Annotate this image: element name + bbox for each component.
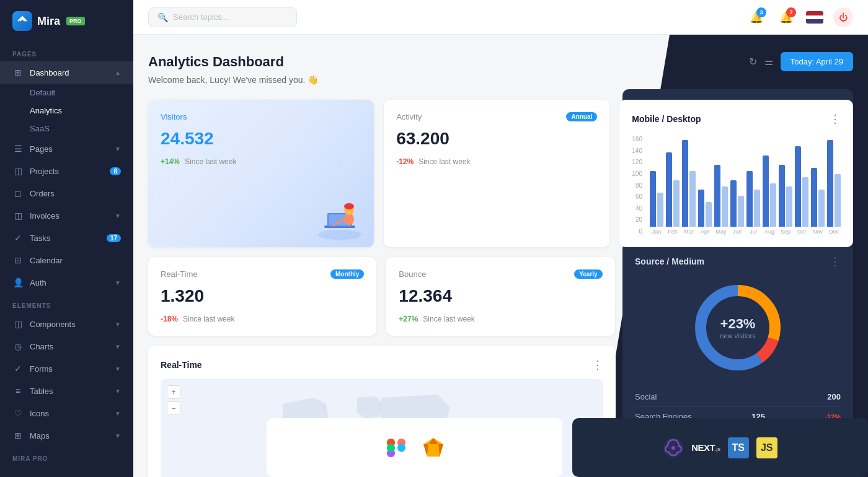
- power-button[interactable]: ⏻: [833, 7, 853, 27]
- sidebar-item-forms[interactable]: ✓ Forms ▼: [0, 357, 133, 380]
- light-bar: [786, 186, 792, 227]
- bar-group: Dec: [827, 140, 841, 235]
- elements-section-label: ELEMENTS: [0, 294, 133, 313]
- sidebar-item-invoices[interactable]: ◫ Invoices ▼: [0, 204, 133, 227]
- date-button[interactable]: Today: April 29: [781, 52, 853, 71]
- header-right: 🔔 3 🔔 7 ⏻: [746, 7, 853, 27]
- dark-bar: [682, 140, 688, 227]
- refresh-icon[interactable]: ↻: [749, 56, 757, 68]
- bar-group: Apr: [698, 190, 712, 235]
- bounce-since: Since last week: [423, 315, 474, 323]
- page-title: Analytics Dashboard: [148, 54, 284, 70]
- light-bar: [657, 193, 663, 227]
- sidebar-item-label: Charts: [30, 342, 115, 351]
- charts-icon: ◷: [12, 341, 24, 352]
- dark-bar: [827, 140, 833, 227]
- bar-group: Oct: [795, 146, 808, 235]
- sidebar-item-label: Tasks: [30, 234, 107, 243]
- realtime-card: Real-Time Monthly 1.320 -18% Since last …: [148, 257, 376, 336]
- sidebar-sub-analytics[interactable]: Analytics: [0, 102, 133, 120]
- notifications-badge: 3: [756, 7, 766, 17]
- realtime-change: -18%: [161, 315, 178, 323]
- activity-footer: -12% Since last week: [396, 157, 597, 166]
- activity-since: Since last week: [418, 157, 470, 166]
- bar-label: Jul: [750, 229, 757, 235]
- sidebar-item-maps[interactable]: ⊞ Maps ▼: [0, 424, 133, 447]
- chevron-down-icon: ▼: [115, 410, 121, 417]
- chevron-up-icon: ▲: [115, 69, 121, 76]
- sidebar-item-orders[interactable]: ◻ Orders: [0, 182, 133, 204]
- bar-group: May: [714, 165, 728, 235]
- world-map: [161, 379, 603, 477]
- chevron-down-icon: ▼: [115, 388, 121, 395]
- bar-label: Jan: [652, 229, 662, 235]
- sidebar-item-label: Orders: [30, 189, 121, 198]
- bar-group: Jun: [730, 180, 744, 235]
- realtime-map-card: Real-Time ⋮ + −: [148, 346, 616, 477]
- bar-chart: JanFebMarAprMayJunJulAugSepOctNovDec: [650, 136, 841, 235]
- sidebar-item-label: Pages: [30, 144, 115, 154]
- realtime-title: Real-Time: [161, 269, 197, 279]
- light-bar: [689, 171, 696, 227]
- light-bar: [706, 202, 712, 227]
- sidebar-item-auth[interactable]: 👤 Auth ▼: [0, 271, 133, 294]
- sidebar-item-projects[interactable]: ◫ Projects 8: [0, 160, 133, 182]
- mira-pro-label: MIRA PRO: [0, 447, 133, 466]
- visitor-illustration: [312, 191, 368, 241]
- page-subtitle: Welcome back, Lucy! We've missed you. 👋: [148, 75, 853, 85]
- bar-group: Feb: [666, 152, 680, 235]
- sidebar-sub-saas[interactable]: SaaS: [0, 120, 133, 138]
- header: 🔍 Search topics... 🔔 3 🔔 7 ⏻: [133, 0, 868, 35]
- chevron-down-icon: ▼: [115, 365, 121, 372]
- bar-label: Aug: [764, 229, 774, 235]
- activity-value: 63.200: [396, 129, 597, 149]
- page-header-top: Analytics Dashboard ↻ ⚌ Today: April 29: [148, 52, 853, 71]
- mobile-desktop-more[interactable]: ⋮: [830, 112, 841, 126]
- map-container: + −: [161, 379, 603, 477]
- svg-point-0: [318, 230, 361, 240]
- bar-group: Sep: [779, 165, 792, 235]
- language-flag[interactable]: [806, 11, 823, 24]
- realtime-map-header: Real-Time ⋮: [161, 358, 603, 372]
- sidebar-sub-default[interactable]: Default: [0, 84, 133, 102]
- realtime-badge: Monthly: [330, 269, 364, 279]
- tasks-icon: ✓: [12, 232, 24, 243]
- sidebar-item-label: Icons: [30, 409, 115, 418]
- sidebar-item-dashboard[interactable]: ⊞ Dashboard ▲: [0, 61, 133, 84]
- notifications-button[interactable]: 🔔 3: [746, 7, 766, 27]
- sidebar-item-tables[interactable]: ≡ Tables ▼: [0, 380, 133, 402]
- sidebar-item-pages[interactable]: ☰ Pages ▼: [0, 138, 133, 160]
- activity-change: -12%: [396, 157, 414, 166]
- bar-group: Jan: [650, 171, 663, 235]
- page-header: Analytics Dashboard ↻ ⚌ Today: April 29 …: [148, 52, 853, 85]
- bounce-card: Bounce Yearly 12.364 +27% Since last wee…: [386, 257, 614, 336]
- bar-label: Dec: [829, 229, 839, 235]
- chevron-down-icon: ▼: [115, 279, 121, 286]
- sidebar-item-tasks[interactable]: ✓ Tasks 17: [0, 227, 133, 249]
- sidebar-item-icons[interactable]: ♡ Icons ▼: [0, 402, 133, 424]
- dark-bar: [746, 171, 753, 227]
- realtime-footer: -18% Since last week: [161, 315, 364, 323]
- alerts-button[interactable]: 🔔 7: [776, 7, 796, 27]
- dark-bar: [763, 155, 769, 227]
- sidebar-item-charts[interactable]: ◷ Charts ▼: [0, 335, 133, 357]
- bar-group: Jul: [746, 171, 760, 235]
- main-area: 🔍 Search topics... 🔔 3 🔔 7 ⏻: [133, 0, 868, 477]
- search-box[interactable]: 🔍 Search topics...: [148, 7, 297, 27]
- bounce-value: 12.364: [399, 286, 602, 306]
- icons-icon: ♡: [12, 408, 24, 419]
- bounce-footer: +27% Since last week: [399, 315, 602, 323]
- sidebar-item-label: Auth: [30, 278, 115, 287]
- dark-bar: [811, 168, 817, 227]
- realtime-map-more[interactable]: ⋮: [592, 358, 603, 372]
- alerts-badge: 7: [786, 7, 796, 17]
- forms-icon: ✓: [12, 363, 24, 374]
- app-name: Mira: [37, 15, 60, 28]
- light-bar: [818, 190, 825, 227]
- mobile-desktop-title: Mobile / Desktop: [632, 114, 701, 124]
- sidebar-item-calendar[interactable]: ⊡ Calendar: [0, 249, 133, 271]
- light-bar: [835, 174, 841, 227]
- sidebar-item-components[interactable]: ◫ Components ▼: [0, 313, 133, 335]
- dark-bar: [666, 152, 672, 227]
- filter-icon[interactable]: ⚌: [764, 56, 773, 68]
